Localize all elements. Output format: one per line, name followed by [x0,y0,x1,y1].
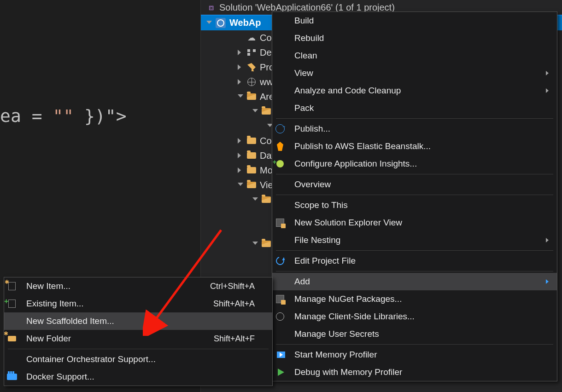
menu-item-label: File Nesting [294,235,539,245]
menu-item[interactable]: Clean [272,47,557,64]
menu-item[interactable]: Manage Client-Side Libraries... [272,308,557,325]
menu-item[interactable]: View [272,64,557,82]
menu-item[interactable]: New Item...Ctrl+Shift+A [4,277,272,295]
menu-item[interactable]: Docker Support... [4,368,272,386]
folder-open-icon [262,241,271,247]
menu-item-label: Clean [294,51,539,61]
folder-open-icon [262,108,271,115]
menu-item[interactable]: Analyze and Code Cleanup [272,82,557,99]
menu-item-label: New Folder [26,334,207,344]
folder-icon [247,167,256,173]
menu-item[interactable]: Start Memory Profiler [272,346,557,363]
menu-item[interactable]: Pack [272,99,557,117]
menu-item-label: Manage Client-Side Libraries... [294,311,539,322]
menu-item[interactable]: Existing Item...Shift+Alt+A [4,295,272,312]
menu-shortcut: Shift+Alt+A [213,299,255,309]
profiler-icon [277,352,285,358]
tree-arrow-icon[interactable] [238,153,243,158]
menu-item-label: Build [294,16,539,26]
menu-item[interactable]: Container Orchestrator Support... [4,351,272,368]
tree-arrow-icon[interactable] [252,242,258,247]
folder-open-icon [247,93,256,100]
folder-open-icon [247,182,256,188]
tree-arrow-icon[interactable] [238,167,243,173]
publish-icon [275,124,285,133]
menu-item-label: Pack [294,103,539,113]
menu-item[interactable]: Edit Project File [272,252,557,270]
package-icon [276,219,284,227]
menu-item[interactable]: Manage User Secrets [272,325,557,343]
menu-item-label: Configure Application Insights... [294,159,539,169]
existing-item-icon [8,300,16,308]
tree-arrow-icon[interactable] [238,79,243,85]
aws-icon [275,142,285,151]
menu-shortcut: Ctrl+Shift+A [210,282,255,291]
globe-icon [247,78,256,86]
menu-item-label: Edit Project File [294,256,539,266]
menu-item-label: New Scaffolded Item... [26,316,255,326]
menu-item-label: Docker Support... [26,372,255,382]
submenu-arrow-icon [546,279,550,284]
docker-icon [7,374,17,380]
tree-arrow-icon[interactable] [238,50,243,55]
package-icon [276,295,284,303]
menu-item[interactable]: Publish... [272,120,557,138]
menu-item[interactable]: New Scaffolded Item... [4,312,272,330]
menu-item[interactable]: Scope to This [272,196,557,214]
csproj-icon [216,18,226,28]
folder-open-icon [262,196,271,203]
menu-item-label: Container Orchestrator Support... [26,354,255,364]
globe-icon [276,312,284,321]
solution-icon: ⧈ [206,3,216,12]
menu-item-label: Start Memory Profiler [294,350,539,360]
menu-item[interactable]: New FolderShift+Alt+F [4,330,272,347]
tree-arrow-icon[interactable] [238,64,243,70]
new-folder-icon [8,336,16,341]
cloud-icon: ☁ [247,33,256,42]
menu-shortcut: Shift+Alt+F [214,334,255,344]
menu-item[interactable]: Rebuild [272,29,557,47]
submenu-arrow-icon [546,238,550,242]
menu-item-label: Analyze and Code Cleanup [294,86,539,96]
tree-arrow-icon[interactable] [238,183,243,188]
menu-item-label: Add [294,277,539,287]
menu-item[interactable]: New Solution Explorer View [272,214,557,231]
menu-item-label: Existing Item... [26,299,207,309]
menu-item[interactable]: File Nesting [272,231,557,249]
menu-item[interactable]: Publish to AWS Elastic Beanstalk... [272,138,557,155]
add-submenu[interactable]: New Item...Ctrl+Shift+AExisting Item...S… [4,277,273,386]
menu-item-label: Rebuild [294,33,539,43]
editor-code-fragment: ea = "" })"> [0,106,127,126]
new-item-icon [8,282,16,290]
menu-item-label: Manage User Secrets [294,329,539,339]
menu-item-label: Debug with Memory Profiler [294,367,539,377]
menu-item[interactable]: Build [272,12,557,29]
tree-arrow-icon[interactable] [252,197,258,203]
expand-arrow-icon[interactable] [206,21,212,26]
folder-icon [247,152,256,159]
menu-item-label: Scope to This [294,200,539,210]
menu-item[interactable]: Manage NuGet Packages... [272,290,557,308]
lightbulb-icon [276,160,284,167]
menu-item[interactable]: Overview [272,176,557,193]
menu-item-label: Publish to AWS Elastic Beanstalk... [294,141,539,151]
menu-item-label: New Item... [26,281,204,291]
tree-arrow-icon[interactable] [238,138,243,144]
menu-item[interactable]: Debug with Memory Profiler [272,363,557,381]
refresh-icon [275,255,286,267]
project-label: WebAp [229,17,261,28]
menu-item-label: View [294,68,539,78]
menu-item[interactable]: Configure Application Insights... [272,155,557,173]
dependencies-icon [247,49,256,56]
submenu-arrow-icon [546,71,550,75]
tree-arrow-icon[interactable] [238,94,243,100]
play-icon [278,369,284,376]
menu-item-label: Manage NuGet Packages... [294,294,539,304]
folder-icon [247,138,256,144]
wrench-icon [247,63,256,71]
project-context-menu[interactable]: BuildRebuildCleanViewAnalyze and Code Cl… [272,12,557,381]
submenu-arrow-icon [546,88,550,93]
menu-item[interactable]: Add [272,273,557,290]
tree-arrow-icon[interactable] [252,109,258,115]
menu-item-label: Publish... [294,124,539,134]
